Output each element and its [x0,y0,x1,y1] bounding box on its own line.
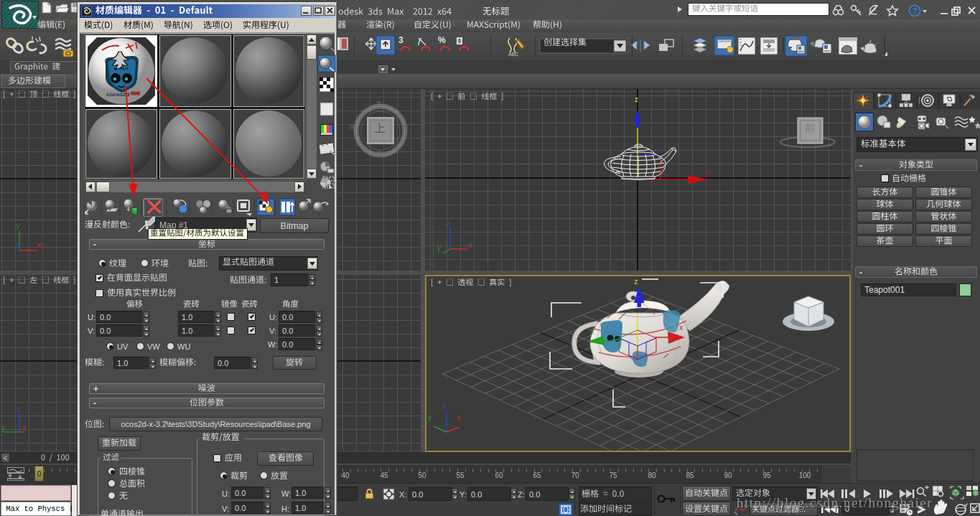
svg-text:y: y [16,221,20,230]
svg-text:x: x [679,323,683,332]
svg-text:3: 3 [398,35,403,45]
svg-text:%: % [438,35,446,45]
svg-text:ABC: ABC [508,52,518,57]
svg-text:x: x [706,167,710,175]
svg-text:?: ? [913,6,918,15]
svg-text:x: x [457,413,461,422]
svg-text:z: z [17,405,21,413]
svg-text:y: y [437,243,442,252]
svg-text:x: x [22,423,26,431]
svg-text:z: z [635,95,638,103]
svg-text:y: y [590,327,594,335]
svg-text:z: z [634,277,638,286]
svg-text:x: x [468,240,472,249]
svg-text:x: x [37,240,42,249]
svg-text:z: z [442,401,447,410]
svg-text:z: z [16,241,20,250]
svg-text:y: y [1,423,6,431]
svg-text:y: y [428,413,432,421]
svg-text:z: z [447,219,451,227]
